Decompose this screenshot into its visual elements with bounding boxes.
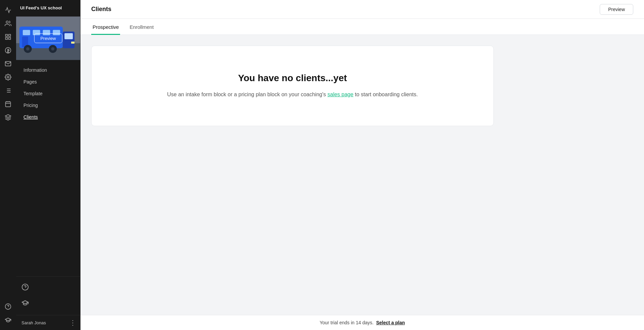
user-name: Sarah Jonas [21, 320, 46, 325]
empty-state-title: You have no clients...yet [105, 73, 480, 84]
svg-rect-3 [9, 38, 11, 40]
library-icon[interactable] [2, 85, 14, 97]
graduation-footer-icon[interactable] [16, 296, 80, 311]
course-thumbnail: Preview [16, 16, 80, 60]
sidebar-user: Sarah Jonas ⋮ [16, 315, 80, 330]
trial-bar: Your trial ends in 14 days. Select a pla… [80, 315, 644, 330]
sidebar-preview-button[interactable]: Preview [34, 33, 62, 43]
select-plan-link[interactable]: Select a plan [376, 320, 405, 325]
svg-rect-4 [6, 38, 8, 40]
layers-icon[interactable] [2, 111, 14, 123]
mail-icon[interactable] [2, 58, 14, 70]
svg-point-30 [26, 47, 30, 51]
dashboard-icon[interactable] [2, 31, 14, 43]
svg-rect-35 [71, 42, 74, 44]
nav-item-pages[interactable]: Pages [18, 76, 78, 88]
top-header: Clients Preview [80, 0, 644, 19]
brand-name: UI Feed's UX school [16, 0, 80, 16]
dollar-icon[interactable] [2, 44, 14, 56]
settings-icon[interactable] [2, 71, 14, 83]
page-title: Clients [91, 6, 111, 13]
icon-rail [0, 0, 16, 330]
tab-enrollment[interactable]: Enrollment [128, 24, 155, 35]
svg-rect-24 [23, 30, 30, 35]
more-options-icon[interactable]: ⋮ [69, 319, 76, 327]
svg-point-32 [51, 47, 54, 51]
nav-item-template[interactable]: Template [18, 88, 78, 99]
trial-text: Your trial ends in 14 days. [320, 320, 374, 325]
sales-page-link[interactable]: sales page [327, 92, 353, 97]
main-content: Clients Preview Prospective Enrollment Y… [80, 0, 644, 330]
empty-state-card: You have no clients...yet Use an intake … [91, 46, 494, 126]
help-icon[interactable] [2, 300, 14, 313]
people-icon[interactable] [2, 17, 14, 30]
svg-rect-34 [64, 33, 73, 39]
svg-rect-13 [6, 102, 11, 107]
calendar-icon[interactable] [2, 98, 14, 110]
help-footer-icon[interactable] [16, 281, 80, 295]
tabs-bar: Prospective Enrollment [80, 19, 644, 35]
analytics-icon[interactable] [2, 4, 14, 16]
tab-prospective[interactable]: Prospective [91, 24, 120, 35]
nav-item-information[interactable]: Information [18, 64, 78, 76]
svg-point-6 [7, 76, 9, 78]
sidebar-footer [16, 276, 80, 315]
svg-rect-1 [6, 35, 8, 37]
svg-point-0 [6, 21, 8, 23]
nav-item-pricing[interactable]: Pricing [18, 100, 78, 111]
svg-rect-2 [9, 35, 11, 37]
sidebar-nav: Information Pages Template Pricing Clien… [16, 60, 80, 276]
preview-button[interactable]: Preview [600, 4, 633, 15]
sidebar: UI Feed's UX school [16, 0, 80, 330]
svg-marker-17 [5, 115, 11, 117]
graduation-icon[interactable] [2, 314, 14, 326]
nav-item-clients[interactable]: Clients [18, 111, 78, 123]
empty-state-subtitle: Use an intake form block or a pricing pl… [105, 90, 480, 99]
page-body: You have no clients...yet Use an intake … [80, 35, 644, 315]
